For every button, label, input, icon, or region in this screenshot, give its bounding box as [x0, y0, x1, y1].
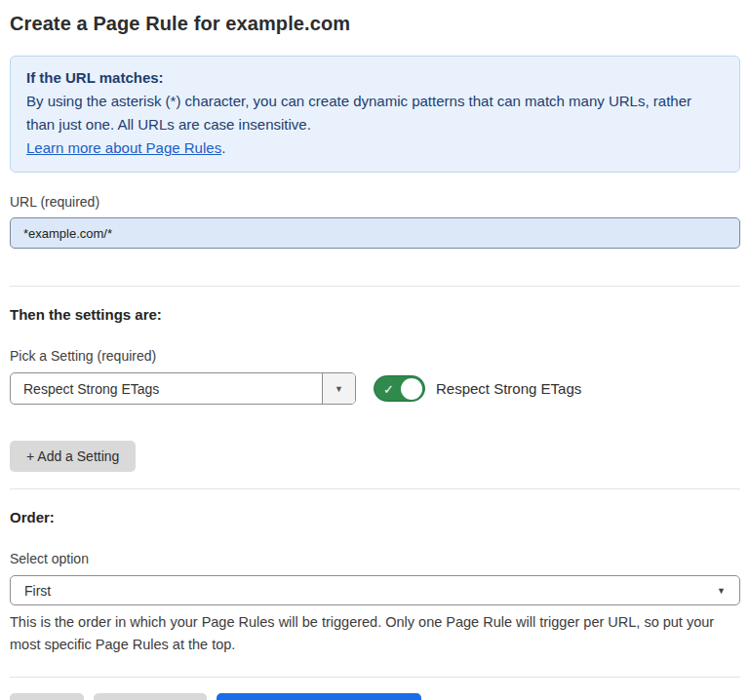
- info-box-heading: If the URL matches:: [26, 66, 724, 90]
- divider: [10, 488, 740, 489]
- divider: [10, 677, 740, 678]
- cancel-button[interactable]: Cancel: [10, 693, 84, 700]
- toggle-knob: [401, 378, 422, 400]
- divider: [10, 286, 740, 287]
- save-and-deploy-button[interactable]: Save and Deploy Page Rule: [217, 693, 421, 700]
- link-period: .: [221, 139, 225, 156]
- save-as-draft-button[interactable]: Save as Draft: [94, 693, 208, 700]
- order-select[interactable]: First ▼: [10, 575, 740, 605]
- settings-section-heading: Then the settings are:: [10, 305, 740, 324]
- order-help-text: This is the order in which your Page Rul…: [10, 611, 731, 656]
- chevron-down-icon: ▼: [717, 586, 726, 596]
- setting-select-arrow-button[interactable]: ▼: [322, 373, 355, 404]
- etags-toggle[interactable]: ✓: [374, 375, 425, 402]
- order-select-label: Select option: [10, 550, 740, 567]
- info-box-link-line: Learn more about Page Rules.: [26, 136, 724, 160]
- add-setting-button[interactable]: + Add a Setting: [10, 441, 136, 472]
- page-rule-form: Create a Page Rule for example.com If th…: [0, 11, 750, 700]
- info-box-body: By using the asterisk (*) character, you…: [26, 90, 724, 136]
- setting-select-value: Respect Strong ETags: [11, 373, 322, 404]
- dropdown-arrow-icon: ▼: [335, 384, 343, 394]
- page-title: Create a Page Rule for example.com: [10, 11, 740, 36]
- learn-more-link[interactable]: Learn more about Page Rules: [26, 139, 221, 156]
- order-section-heading: Order:: [10, 508, 740, 526]
- url-field-label: URL (required): [10, 193, 740, 211]
- url-match-info-box: If the URL matches: By using the asteris…: [10, 56, 740, 173]
- footer-actions: Cancel Save as Draft Save and Deploy Pag…: [10, 693, 740, 700]
- order-select-value: First: [24, 583, 51, 599]
- setting-select[interactable]: Respect Strong ETags ▼: [10, 372, 356, 405]
- url-input[interactable]: [10, 217, 740, 249]
- pick-setting-label: Pick a Setting (required): [10, 347, 740, 365]
- check-icon: ✓: [383, 382, 394, 395]
- setting-row: Respect Strong ETags ▼ ✓ Respect Strong …: [10, 372, 740, 405]
- toggle-label: Respect Strong ETags: [436, 380, 581, 397]
